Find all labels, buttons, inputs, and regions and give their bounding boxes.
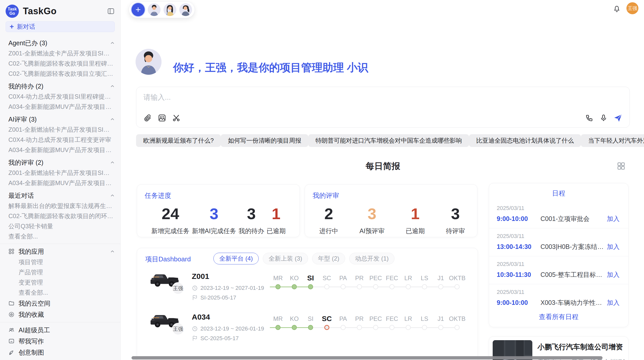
section-recent-chats[interactable]: 最近对话 — [8, 190, 115, 201]
section-ai-review[interactable]: AI评审 (3) — [8, 114, 115, 125]
suggestion-chip[interactable]: 当下年轻人对汽车外观有怎样的喜好趋势 — [581, 134, 644, 147]
chevron-up-icon[interactable] — [110, 249, 115, 254]
sidebar-conversation-item[interactable]: A034-全新新能源MUV产品开发项目法规符合性评审 — [8, 145, 115, 155]
milestone-step: PR — [351, 274, 368, 290]
stat-in-progress: 2 进行中 — [319, 205, 338, 235]
tab-year-model[interactable]: 年型 (2) — [312, 253, 345, 264]
stat-value: 2 — [319, 205, 338, 223]
section-agent-done[interactable]: Agent已办 (3) — [8, 38, 115, 48]
milestone-step: LR — [400, 315, 416, 331]
app-item-project-mgmt[interactable]: 项目管理 — [8, 257, 115, 267]
tab-powertrain[interactable]: 动总开发 (1) — [349, 253, 394, 264]
agent-avatar[interactable] — [148, 3, 160, 16]
chevron-up-icon[interactable] — [110, 83, 115, 89]
chevron-up-icon[interactable] — [110, 160, 115, 165]
project-code: Z001 — [192, 272, 209, 281]
milestone-label: PR — [351, 315, 368, 324]
view-all-apps-link[interactable]: 查看全部... — [8, 288, 115, 298]
notification-bell-icon[interactable] — [613, 5, 621, 13]
screenshot-scissors-icon[interactable] — [172, 114, 181, 122]
image-upload-icon[interactable] — [158, 114, 166, 122]
flag-icon — [192, 335, 198, 341]
milestone-dot-future — [389, 325, 394, 330]
message-input[interactable] — [143, 93, 525, 105]
layout-grid-icon[interactable] — [617, 161, 626, 171]
app-item-change-mgmt[interactable]: 变更管理 — [8, 277, 115, 288]
sidebar-conversation-item[interactable]: C02-飞腾新能源轻客改款项目立项汇报方案 — [8, 69, 115, 79]
milestone-dot-future — [341, 325, 346, 330]
sidebar-conversation-item[interactable]: 解释最新出台的欧盟报废车法规再生塑料比例被调至15%... — [8, 201, 115, 211]
join-meeting-link[interactable]: 加入 — [607, 215, 620, 223]
schedule-date: 2025/03/11 — [497, 233, 620, 239]
suggestion-chip[interactable]: 如何写一份清晰的项目周报 — [221, 134, 308, 147]
star-badge-icon — [8, 311, 15, 318]
chevron-up-icon[interactable] — [110, 116, 115, 122]
milestone-step: KO — [286, 274, 302, 290]
milestone-label: PEC — [368, 274, 384, 284]
plus-icon: + — [10, 23, 14, 31]
sidebar-divider — [0, 322, 120, 322]
send-icon[interactable] — [614, 114, 622, 122]
project-row[interactable]: 王强 Z001 2023-12-19 ~ 2027-01-19 SI-2025-… — [137, 271, 470, 311]
flag-icon — [192, 295, 198, 301]
suggestion-chip[interactable]: 欧洲新规最近颁布了什么? — [136, 134, 221, 147]
add-agent-button[interactable] — [131, 3, 145, 16]
join-meeting-link[interactable]: 加入 — [607, 271, 620, 279]
sidebar-conversation-item[interactable]: Z001-全新燃油轻卡产品开发项目SI造型提交物评审 — [8, 125, 115, 135]
my-apps-header[interactable]: 我的应用 — [8, 246, 115, 257]
chevron-up-icon[interactable] — [110, 193, 115, 198]
milestone-label: SI — [302, 315, 319, 324]
sidebar-conversation-item[interactable]: C0X4-动力总成开发项目工程变更评审 — [8, 135, 115, 145]
my-favorites-label: 我的收藏 — [19, 310, 44, 319]
milestone-step: PEC — [368, 274, 384, 290]
my-cloud-space-link[interactable]: 我的云空间 — [8, 298, 115, 309]
sidebar-conversation-item[interactable]: C0X4-动力总成开发项目SI里程碑提交物检查 — [8, 92, 115, 102]
app-item-product-mgmt[interactable]: 产品管理 — [8, 267, 115, 277]
milestone-step: J1 — [433, 315, 449, 331]
sidebar-conversation-item[interactable]: Z001-全新燃油皮卡产品开发项目SI节点Lesson Learn报告 — [8, 48, 115, 58]
suggestion-chip[interactable]: 比亚迪全固态电池计划具体说了什么 — [469, 134, 581, 147]
sidebar-conversation-item[interactable]: C02-飞腾新能源轻客改款项目里程碑画布 — [8, 58, 115, 69]
voice-call-icon[interactable] — [585, 114, 593, 122]
help-me-write-link[interactable]: 帮我写作 — [8, 336, 115, 347]
section-my-review[interactable]: 我的评审 (2) — [8, 157, 115, 168]
view-all-schedule-link[interactable]: 查看所有日程 — [489, 312, 628, 321]
chevron-up-icon[interactable] — [110, 40, 115, 46]
stat-my-todo: 3 我的待办 — [239, 205, 264, 235]
sidebar-conversation-item[interactable]: A034-全新新能源MUV产品开发项目计划变更表编写 — [8, 102, 115, 112]
project-row[interactable]: 王强 A034 2023-12-19 ~ 2026-01-19 SC-2025-… — [137, 311, 470, 352]
tab-new-body[interactable]: 全新上装 (3) — [263, 253, 308, 264]
suggestion-chip[interactable]: 特朗普可能对进口汽车增税会对中国车企造成哪些影响 — [308, 134, 469, 147]
creative-drawing-link[interactable]: 创意制图 — [8, 347, 115, 358]
attachment-icon[interactable] — [143, 114, 152, 122]
agent-avatar[interactable] — [179, 3, 192, 16]
microphone-icon[interactable] — [599, 114, 608, 122]
milestone-step: FEC — [384, 315, 400, 331]
sidebar-conversation-item[interactable]: C02-飞腾新能源轻客改款项目的闭环通告反馈情况 — [8, 211, 115, 221]
milestone-label: OKTB — [449, 274, 465, 284]
section-title: 我的待办 (2) — [8, 82, 43, 91]
horizontal-scrollbar[interactable] — [131, 356, 603, 359]
join-meeting-link[interactable]: 加入 — [607, 243, 620, 251]
sidebar-conversation-item[interactable]: A034-全新新能源MUV产品开发项目造型可行性评审 — [8, 178, 115, 188]
sidebar-conversation-item[interactable]: 公司Q3轻卡销量 — [8, 221, 115, 231]
sidebar-conversation-item[interactable]: Z001-全新燃油轻卡产品开发项目SI节点属性5D文件评审 — [8, 168, 115, 178]
schedule-time: 10:30-11:30 — [497, 271, 537, 278]
sidebar-collapse-icon[interactable] — [107, 7, 115, 15]
new-chat-button[interactable]: + 新对话 — [6, 21, 115, 32]
agent-avatar[interactable] — [164, 3, 176, 16]
milestone-dot-future — [422, 284, 427, 289]
section-my-todo[interactable]: 我的待办 (2) — [8, 81, 115, 92]
my-favorites-link[interactable]: 我的收藏 — [8, 309, 115, 320]
milestone-label: FEC — [384, 274, 400, 284]
schedule-entry: 2025/03/11 10:30-11:30 C005-整车工程目标评审 加入 — [489, 256, 628, 284]
tab-new-platform[interactable]: 全新平台 (4) — [213, 253, 259, 264]
view-all-chats-link[interactable]: 查看全部... — [8, 231, 115, 242]
join-meeting-link[interactable]: 加入 — [607, 298, 620, 307]
milestone-label: PEC — [368, 315, 384, 324]
user-avatar[interactable]: 王强 — [626, 2, 638, 14]
ai-super-staff-link[interactable]: AI超级员工 — [8, 324, 115, 336]
milestone-step: MR — [270, 274, 286, 290]
greeting-title: 你好，王强，我是你的项目管理助理 小识 — [173, 61, 368, 75]
schedule-time: 13:00-14:30 — [497, 243, 537, 250]
